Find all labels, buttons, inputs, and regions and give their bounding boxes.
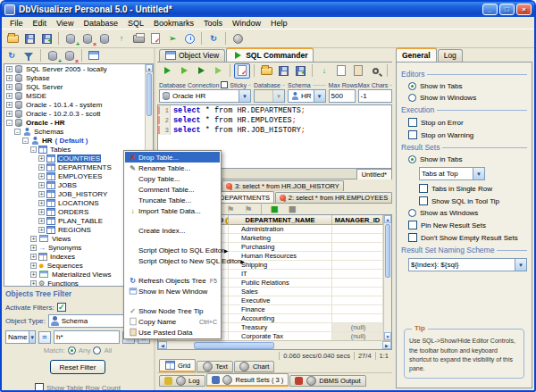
expand-icon[interactable]: + xyxy=(30,271,37,278)
cell[interactable]: Public Relations xyxy=(229,279,332,288)
float-window-icon[interactable] xyxy=(86,48,102,63)
cell[interactable]: Finance xyxy=(229,305,332,314)
scroll-up-icon[interactable]: ▲ xyxy=(146,64,153,72)
tab-sql-commander[interactable]: SQL Commander xyxy=(226,47,314,62)
cell[interactable]: Sales xyxy=(229,288,332,296)
menu-item-script-object-to-new-sql-editor[interactable]: Script Object to New SQL Editor▶ xyxy=(125,255,220,266)
cell[interactable]: (null) xyxy=(332,323,383,332)
expand-icon[interactable]: + xyxy=(6,93,13,99)
expand-icon[interactable]: + xyxy=(38,173,45,179)
copy-icon[interactable] xyxy=(333,63,349,79)
menu-item-show-node-tree-tip[interactable]: ✓Show Node Tree Tip xyxy=(125,305,220,316)
collapse-icon[interactable]: - xyxy=(14,129,21,135)
editor-controls-toggle-icon[interactable]: ✓ xyxy=(234,63,250,79)
refresh-icon[interactable]: ↻ xyxy=(4,48,20,63)
cell[interactable] xyxy=(332,305,383,314)
menu-item-comment-table-[interactable]: Comment Table... xyxy=(125,184,220,195)
menu-help[interactable]: Help xyxy=(266,18,292,29)
cell[interactable] xyxy=(332,314,383,323)
match-all-radio[interactable] xyxy=(93,346,101,354)
expand-icon[interactable]: + xyxy=(38,182,45,188)
expand-icon[interactable]: + xyxy=(38,227,45,233)
tree-item-schemas[interactable]: -Schemas xyxy=(4,127,145,136)
save-as-icon[interactable]: + xyxy=(38,31,54,46)
tree-item-oracle-10-1-4-system[interactable]: +Oracle - 10.1.4 - system xyxy=(4,100,145,109)
menu-file[interactable]: File xyxy=(5,18,28,29)
menu-view[interactable]: View xyxy=(52,18,78,29)
tab-log[interactable]: Log xyxy=(438,49,463,62)
tab-object-view[interactable]: Object View xyxy=(159,49,225,62)
save-icon[interactable] xyxy=(21,31,38,46)
cell[interactable]: Treasury xyxy=(229,323,332,332)
scroll-left-icon[interactable]: ◀ xyxy=(158,341,167,349)
reset-filter-button[interactable]: Reset Filter xyxy=(50,360,106,374)
stop-icon[interactable] xyxy=(230,31,246,46)
menu-item-truncate-table-[interactable]: Truncate Table... xyxy=(125,195,220,205)
connect-icon[interactable]: + xyxy=(45,48,61,63)
pin-icon[interactable] xyxy=(280,195,286,201)
menu-item-drop-table-[interactable]: ✗Drop Table... xyxy=(125,152,220,163)
menu-item-show-in-new-window[interactable]: Show in New Window xyxy=(125,286,220,296)
schema-select[interactable]: HR ▼ xyxy=(288,89,326,103)
menu-item-refresh-objects-tree[interactable]: ↻Refresh Objects TreeF5 xyxy=(125,275,220,286)
max-chars-input[interactable]: -1 xyxy=(358,89,393,103)
cell[interactable]: Accounting xyxy=(229,314,332,323)
sticky-checkbox[interactable]: ✓ xyxy=(221,81,228,88)
expand-icon[interactable]: + xyxy=(38,209,45,215)
cell[interactable] xyxy=(332,288,383,296)
minimize-button[interactable]: _ xyxy=(482,4,498,15)
connection-select[interactable]: Oracle HR ▼ xyxy=(159,89,251,103)
checkbox-stop-on-warning[interactable]: ✓ xyxy=(408,130,417,139)
execute-all-icon[interactable] xyxy=(176,63,192,79)
cell[interactable]: Marketing xyxy=(229,234,332,243)
scrollbar-thumb[interactable] xyxy=(385,224,390,278)
tree-item-oracle-hr[interactable]: -✓Oracle - HR xyxy=(4,118,145,127)
tree-item-oracle-10-2-0-3-scott[interactable]: +Oracle - 10.2.0.3 - scott xyxy=(4,109,145,118)
tree-item-sybase[interactable]: +Sybase xyxy=(4,73,145,82)
menu-database[interactable]: Database xyxy=(79,18,122,29)
import-icon[interactable]: ↓ xyxy=(316,63,332,79)
cell[interactable] xyxy=(332,261,383,270)
monitor-icon[interactable] xyxy=(181,31,197,46)
menu-sql[interactable]: SQL xyxy=(123,18,148,29)
activate-filters-checkbox[interactable]: ✓ xyxy=(57,303,66,312)
grid-vscrollbar[interactable]: ▲ ▼ xyxy=(383,215,391,340)
cell[interactable] xyxy=(332,296,383,305)
cell[interactable]: Executive xyxy=(229,296,332,305)
max-rows-input[interactable]: 500 xyxy=(329,89,356,103)
menu-item-script-object-to-sql-editor[interactable]: Script Object to SQL Editor▶ xyxy=(125,245,220,255)
scroll-right-icon[interactable]: ▶ xyxy=(382,341,391,349)
column-header-manager_id[interactable]: MANAGER_ID xyxy=(332,215,383,225)
expand-icon[interactable]: + xyxy=(30,236,37,242)
expand-icon[interactable]: + xyxy=(6,111,13,117)
tab-log[interactable]: Log xyxy=(159,375,205,387)
open-file-icon[interactable] xyxy=(258,63,274,79)
radio-show-in-tabs[interactable] xyxy=(408,82,416,90)
expand-icon[interactable]: + xyxy=(30,254,37,260)
filter-operator-button[interactable]: = xyxy=(38,331,51,344)
expand-icon[interactable]: + xyxy=(38,155,45,162)
cell[interactable] xyxy=(332,225,383,234)
tree-item-sql-server-2005-locally[interactable]: +SQL Server 2005 - locally xyxy=(4,64,145,73)
collapse-icon[interactable]: - xyxy=(22,138,29,144)
checkbox-pin-new-result-sets[interactable]: ✓ xyxy=(408,221,417,229)
connect-icon[interactable]: + xyxy=(63,31,79,46)
checkbox-stop-on-error[interactable]: ✓ xyxy=(408,118,417,127)
menu-item-use-pasted-data[interactable]: Use Pasted Data xyxy=(125,327,220,338)
expand-icon[interactable]: + xyxy=(38,200,45,206)
find-icon[interactable] xyxy=(367,63,383,79)
grid-hscrollbar[interactable]: ◀ ▶ xyxy=(158,340,391,349)
cell[interactable] xyxy=(332,252,383,261)
maximize-button[interactable]: □ xyxy=(499,4,515,15)
collapse-icon[interactable]: - xyxy=(30,146,37,153)
paste-icon[interactable] xyxy=(350,63,366,79)
scrollbar-thumb[interactable] xyxy=(194,342,274,349)
save-as-icon[interactable]: + xyxy=(292,63,308,79)
menu-item-copy-table-[interactable]: Copy Table... xyxy=(125,173,220,184)
expand-icon[interactable]: + xyxy=(6,102,13,108)
disconnect-icon[interactable]: × xyxy=(80,31,96,46)
column-header-department_name[interactable]: DEPARTMENT_NAME xyxy=(229,215,332,225)
bookmark-icon[interactable]: ➢ xyxy=(164,31,180,46)
expand-icon[interactable]: + xyxy=(6,75,13,81)
tab-text[interactable]: Text xyxy=(197,361,233,372)
